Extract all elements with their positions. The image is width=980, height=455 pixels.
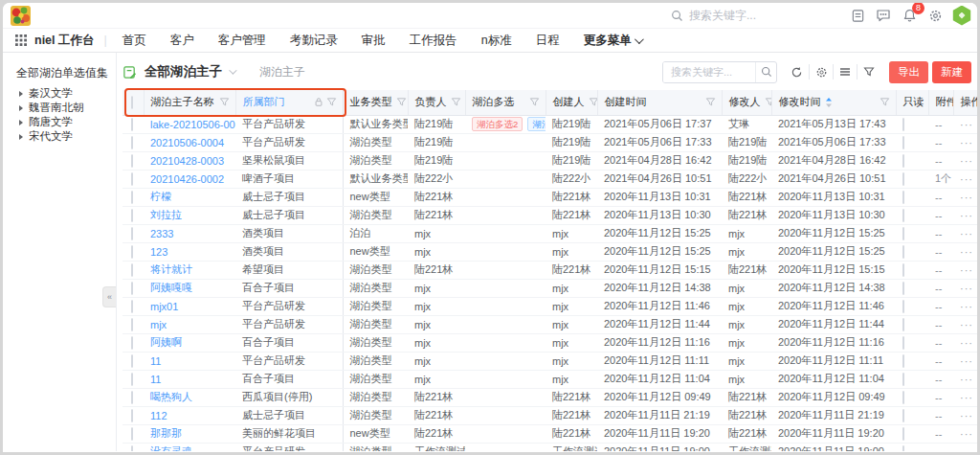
nav-item-8[interactable]: 日程 (536, 33, 560, 49)
nav-item-3[interactable]: 客户管理 (218, 33, 266, 49)
row-checkbox[interactable] (131, 263, 133, 277)
table-search[interactable] (662, 61, 777, 83)
row-checkbox[interactable] (131, 409, 133, 422)
record-link[interactable]: 20210426-0002 (150, 173, 224, 185)
column-header-ops[interactable]: 操作 (953, 90, 977, 115)
workspace-brand[interactable]: niel 工作台 (34, 33, 95, 49)
record-link[interactable]: 2333 (150, 228, 173, 239)
sidebar-item-1[interactable]: 秦汉文学 (16, 86, 116, 101)
sort-icon[interactable] (825, 97, 833, 108)
row-checkbox[interactable] (131, 172, 133, 186)
row-checkbox[interactable] (131, 445, 133, 452)
filter-icon[interactable] (396, 97, 407, 107)
column-header-modifier[interactable]: 修改人 (722, 90, 771, 115)
chat-icon[interactable] (875, 7, 892, 24)
record-link[interactable]: 123 (150, 246, 167, 258)
expand-arrow-icon[interactable] (19, 91, 23, 97)
row-checkbox[interactable] (131, 191, 133, 204)
record-link[interactable]: 柠檬 (150, 191, 171, 202)
nav-item-7[interactable]: n标准 (481, 33, 512, 49)
record-link[interactable]: 20210428-0003 (150, 155, 224, 167)
apps-grid-icon[interactable] (15, 34, 27, 46)
record-link[interactable]: lake-20210506-0005 (150, 119, 235, 130)
filter-icon[interactable] (705, 97, 716, 107)
record-link[interactable]: 112 (150, 410, 167, 421)
record-link[interactable]: 阿姨嘎嘎 (150, 282, 192, 293)
row-checkbox[interactable] (131, 154, 133, 168)
app-logo[interactable] (11, 6, 31, 26)
filter-icon[interactable] (326, 97, 337, 107)
row-checkbox[interactable] (131, 318, 133, 331)
row-actions[interactable]: ··· (953, 170, 977, 188)
filter-icon[interactable] (857, 64, 880, 80)
filter-icon[interactable] (451, 97, 461, 107)
expand-arrow-icon[interactable] (19, 120, 23, 125)
export-button[interactable]: 导出 (889, 61, 928, 83)
density-icon[interactable] (833, 64, 857, 80)
row-checkbox[interactable] (131, 282, 133, 295)
row-actions[interactable]: ··· (953, 206, 977, 224)
row-checkbox[interactable] (131, 354, 133, 368)
record-link[interactable]: 11 (150, 374, 161, 385)
more-menu[interactable]: 更多菜单 (584, 33, 641, 49)
record-link[interactable]: 刘拉拉 (150, 209, 182, 220)
record-link[interactable]: 没有灵魂 (150, 445, 192, 451)
column-header-multi[interactable]: 湖泊多选 (465, 90, 546, 115)
create-button[interactable]: 新建 (932, 61, 971, 83)
record-link[interactable]: 喝热狗人 (150, 391, 192, 402)
nav-item-2[interactable]: 客户 (170, 33, 194, 49)
filter-icon[interactable] (529, 97, 540, 107)
record-link[interactable]: 将计就计 (150, 263, 192, 275)
column-header-created[interactable]: 创建时间 (597, 90, 722, 115)
column-header-dept[interactable]: 所属部门 (235, 90, 343, 115)
nav-item-5[interactable]: 审批 (362, 33, 386, 49)
filter-icon[interactable] (765, 97, 772, 107)
record-link[interactable]: 20210506-0004 (150, 137, 224, 148)
column-header-type[interactable]: 业务类型 (343, 90, 408, 115)
row-checkbox[interactable] (131, 373, 133, 386)
row-actions[interactable]: ··· (953, 297, 977, 315)
nav-item-6[interactable]: 工作报告 (410, 33, 457, 49)
row-checkbox[interactable] (131, 136, 133, 149)
column-header-owner[interactable]: 负责人 (408, 90, 465, 115)
row-actions[interactable]: ··· (953, 133, 977, 151)
row-actions[interactable]: ··· (953, 115, 977, 133)
filter-icon[interactable] (219, 97, 230, 107)
sidebar-item-2[interactable]: 魏晋南北朝 (16, 101, 116, 115)
notes-icon[interactable] (849, 7, 866, 24)
nav-item-1[interactable]: 首页 (122, 33, 146, 49)
row-checkbox[interactable] (131, 118, 133, 131)
sidebar-collapse-handle[interactable]: « (102, 286, 116, 307)
avatar[interactable] (952, 6, 971, 26)
filter-icon[interactable] (589, 97, 598, 107)
record-link[interactable]: 11 (150, 355, 161, 367)
row-actions[interactable]: ··· (953, 352, 977, 370)
row-actions[interactable]: ··· (953, 279, 977, 297)
row-checkbox[interactable] (131, 245, 133, 259)
row-actions[interactable]: ··· (953, 333, 977, 352)
row-checkbox[interactable] (131, 227, 133, 240)
expand-arrow-icon[interactable] (19, 105, 23, 111)
row-actions[interactable]: ··· (953, 424, 977, 443)
search-icon[interactable] (755, 62, 776, 82)
column-header-attach[interactable]: 附件 (928, 90, 953, 115)
view-title[interactable]: 全部湖泊主子 (145, 63, 222, 80)
column-header-readonly[interactable]: 只读 (896, 90, 928, 115)
filter-icon[interactable] (880, 97, 890, 107)
record-link[interactable]: 那那那 (150, 427, 182, 439)
row-actions[interactable]: ··· (953, 242, 977, 261)
row-actions[interactable]: ··· (953, 151, 977, 170)
row-actions[interactable]: ··· (953, 224, 977, 242)
record-link[interactable]: 阿姨啊 (150, 336, 182, 348)
row-actions[interactable]: ··· (953, 188, 977, 206)
expand-arrow-icon[interactable] (19, 134, 23, 140)
row-checkbox[interactable] (131, 391, 133, 404)
column-header-modified[interactable]: 修改时间 (771, 90, 896, 115)
row-actions[interactable]: ··· (953, 261, 977, 279)
settings-icon[interactable] (809, 64, 833, 80)
row-actions[interactable]: ··· (953, 443, 977, 451)
row-checkbox[interactable] (131, 209, 133, 222)
record-link[interactable]: mjx01 (150, 301, 178, 312)
record-link[interactable]: mjx (150, 319, 167, 330)
row-actions[interactable]: ··· (953, 370, 977, 388)
